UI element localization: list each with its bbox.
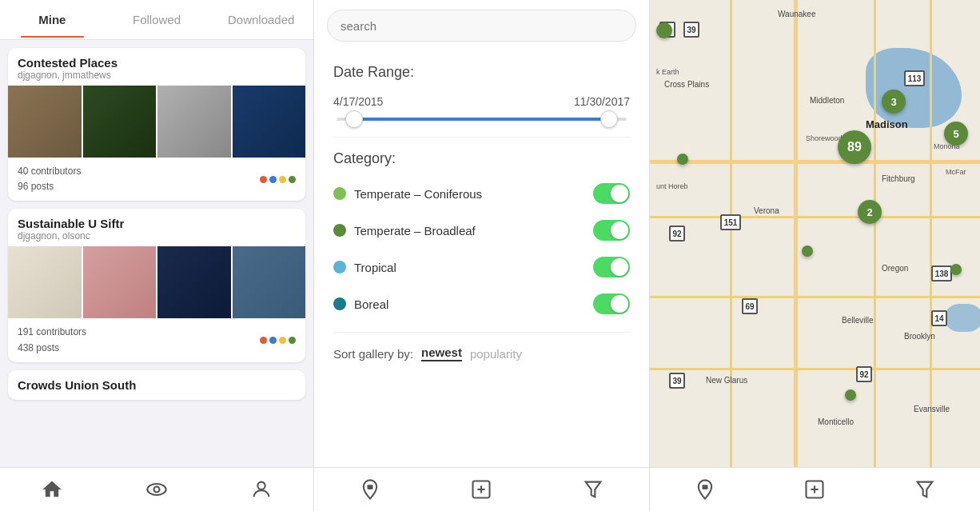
card-authors-2: djgagnon, olsonc: [18, 230, 296, 242]
card-img-2c: [157, 246, 231, 318]
map-marker-dot2[interactable]: [802, 246, 813, 257]
svg-marker-7: [586, 482, 601, 497]
gallery-card-2[interactable]: Sustainable U Siftr djgagnon, olsonc 191…: [8, 209, 305, 361]
divider-1: [333, 137, 630, 138]
map-marker-dot4[interactable]: [845, 389, 856, 401]
date-slider-track[interactable]: [337, 118, 627, 121]
toggle-knob-1: [611, 222, 628, 239]
toggle-knob-0: [611, 185, 628, 202]
person-icon: [250, 478, 273, 501]
dot-2: [269, 176, 277, 183]
card-stats-2: 191 contributors 438 posts: [18, 325, 86, 355]
profile-button[interactable]: [245, 473, 277, 505]
category-left-3: Boreal: [333, 297, 388, 311]
date-slider-left-thumb[interactable]: [345, 110, 363, 128]
dot-5: [260, 337, 267, 344]
card-header-2: Sustainable U Siftr djgagnon, olsonc: [8, 209, 305, 246]
toggle-0[interactable]: [593, 183, 630, 204]
toggle-knob-2: [611, 258, 628, 276]
category-name-1: Temperate – Broadleaf: [354, 224, 476, 238]
map-container[interactable]: Waunakee Cross Plains Middleton Madison …: [650, 0, 980, 467]
road-v4: [930, 0, 932, 467]
toggle-2[interactable]: [593, 257, 630, 277]
gallery-card-1[interactable]: Contested Places djgagnon, jmmathews 40 …: [8, 48, 305, 201]
map-marker-5[interactable]: 5: [944, 122, 968, 146]
card-footer-1: 40 contributors 96 posts: [8, 158, 305, 201]
middle-bottom-nav: [314, 467, 649, 511]
card-images-2: [8, 246, 305, 318]
date-end: 11/30/2017: [574, 95, 630, 108]
card-authors-1: djgagnon, jmmathews: [18, 70, 296, 81]
gallery-list: Contested Places djgagnon, jmmathews 40 …: [0, 40, 313, 467]
road-sign-92a: 92: [669, 226, 685, 242]
mid-add-button[interactable]: [465, 473, 497, 505]
toggle-knob-3: [611, 295, 628, 313]
date-range-container: 4/17/2015 11/30/2017: [333, 89, 630, 127]
road-sign-138: 138: [931, 265, 952, 281]
card-img-1b: [83, 86, 157, 158]
category-name-2: Tropical: [354, 261, 396, 274]
sort-label: Sort gallery by:: [333, 347, 413, 361]
map-marker-3[interactable]: 3: [882, 90, 906, 114]
city-cross-plains: Cross Plains: [664, 80, 709, 89]
category-left-1: Temperate – Broadleaf: [333, 224, 476, 238]
right-panel: Waunakee Cross Plains Middleton Madison …: [650, 0, 980, 511]
card-contributors-2: 191 contributors: [18, 325, 86, 340]
date-slider-right-thumb[interactable]: [600, 110, 618, 128]
right-filter-icon: [914, 478, 936, 501]
date-values: 4/17/2015 11/30/2017: [333, 95, 630, 108]
right-add-icon: [803, 478, 826, 501]
divider-2: [333, 332, 630, 333]
right-filter-button[interactable]: [909, 473, 941, 505]
toggle-3[interactable]: [593, 293, 630, 314]
category-row-2: Tropical: [333, 249, 630, 285]
sort-popularity[interactable]: popularity: [470, 347, 522, 361]
mid-filter-button[interactable]: [577, 473, 609, 505]
right-map-button[interactable]: [689, 473, 721, 505]
city-k-earth: k Earth: [656, 68, 679, 76]
home-icon: [41, 478, 63, 501]
city-new-glarus: New Glarus: [706, 376, 747, 385]
tab-followed[interactable]: Followed: [105, 2, 209, 38]
toggle-1[interactable]: [593, 220, 630, 241]
filter-icon: [582, 478, 604, 501]
map-marker-89[interactable]: 89: [838, 130, 871, 164]
category-dot-3: [333, 297, 346, 310]
card-posts-1: 96 posts: [18, 179, 81, 194]
card-contributors-1: 40 contributors: [18, 164, 81, 179]
sort-newest[interactable]: newest: [421, 345, 462, 361]
category-dot-2: [333, 261, 346, 273]
map-marker-2[interactable]: 2: [858, 200, 882, 224]
category-left-2: Tropical: [333, 261, 396, 274]
right-map-pin-icon: [694, 478, 716, 501]
category-left-0: Temperate – Coniferous: [333, 187, 482, 201]
card-header-1: Contested Places djgagnon, jmmathews: [8, 48, 305, 86]
road-v3: [730, 0, 732, 467]
card-img-2b: [83, 246, 157, 318]
category-row-1: Temperate – Broadleaf: [333, 212, 630, 249]
svg-rect-8: [702, 485, 707, 489]
dot-1: [260, 176, 267, 183]
category-row-3: Boreal: [333, 285, 630, 322]
right-add-button[interactable]: [799, 473, 831, 505]
category-dot-0: [333, 187, 346, 200]
svg-point-1: [153, 487, 159, 493]
road-sign-151: 151: [720, 214, 741, 230]
tab-downloaded[interactable]: Downloaded: [209, 2, 313, 38]
card-img-2a: [8, 246, 82, 318]
map-marker-dot3[interactable]: [950, 264, 962, 275]
category-name-0: Temperate – Coniferous: [354, 187, 482, 201]
city-brooklyn: Brooklyn: [904, 332, 935, 341]
map-marker-dot1[interactable]: [677, 154, 688, 165]
home-button[interactable]: [36, 473, 68, 505]
mid-map-button[interactable]: [354, 473, 386, 505]
explore-button[interactable]: [141, 473, 173, 505]
dot-3: [279, 176, 286, 183]
search-bar-container: [314, 0, 649, 51]
search-input[interactable]: [327, 10, 636, 42]
gallery-card-3[interactable]: Crowds Union South: [8, 370, 305, 400]
road-v2: [874, 0, 876, 467]
tab-mine[interactable]: Mine: [0, 2, 105, 38]
map-marker-19[interactable]: [656, 22, 672, 38]
city-monticello: Monticello: [818, 417, 854, 426]
